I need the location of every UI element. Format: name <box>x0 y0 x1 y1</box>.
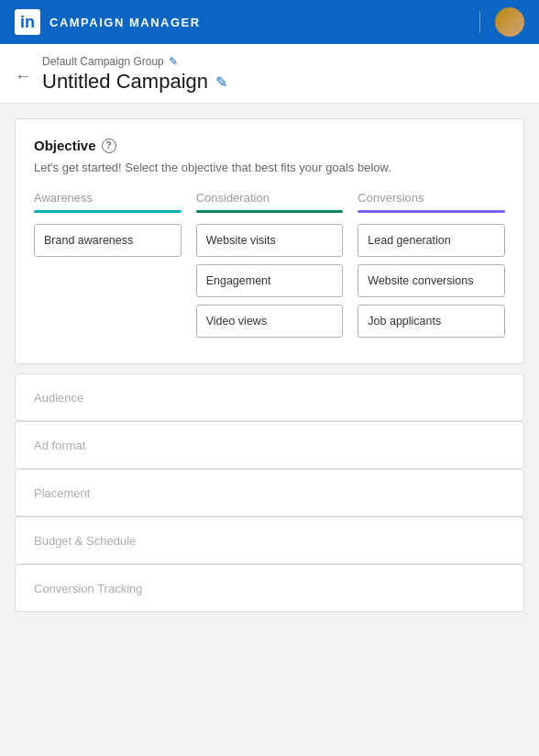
section-card-ad-format[interactable]: Ad format <box>15 421 524 469</box>
app-header: in CAMPAIGN MANAGER <box>0 0 539 44</box>
category-label-consideration: Consideration <box>196 191 344 205</box>
objective-card: Objective ? Let's get started! Select th… <box>15 118 524 364</box>
category-col-consideration: ConsiderationWebsite visitsEngagementVid… <box>196 191 344 345</box>
section-label-placement: Placement <box>16 472 108 515</box>
section-card-audience[interactable]: Audience <box>15 373 524 421</box>
help-icon[interactable]: ? <box>102 139 116 153</box>
page-title: Untitled Campaign ✎ <box>42 70 227 94</box>
option-btn-job-applicants[interactable]: Job applicants <box>358 305 505 338</box>
section-card-placement[interactable]: Placement <box>15 469 524 517</box>
category-label-awareness: Awareness <box>34 191 182 205</box>
option-btn-brand-awareness[interactable]: Brand awareness <box>34 224 182 257</box>
campaign-title-text: Untitled Campaign <box>42 70 208 94</box>
breadcrumb-info: Default Campaign Group ✎ Untitled Campai… <box>42 55 227 94</box>
option-btn-website-visits[interactable]: Website visits <box>196 224 344 257</box>
category-bar-awareness <box>34 210 182 213</box>
campaign-group-label: Default Campaign Group <box>42 55 164 68</box>
back-button[interactable]: ← <box>15 64 31 88</box>
objective-label: Objective <box>34 138 96 153</box>
option-btn-engagement[interactable]: Engagement <box>196 264 344 297</box>
objective-subtitle: Let's get started! Select the objective … <box>34 161 505 174</box>
main-content: Objective ? Let's get started! Select th… <box>0 104 539 627</box>
header-divider <box>479 11 480 33</box>
section-label-audience: Audience <box>16 376 102 419</box>
categories-grid: AwarenessBrand awarenessConsiderationWeb… <box>34 191 505 345</box>
category-col-conversions: ConversionsLead generationWebsite conver… <box>358 191 505 345</box>
section-card-budget-schedule[interactable]: Budget & Schedule <box>15 517 524 564</box>
section-label-ad-format: Ad format <box>16 424 104 467</box>
category-col-awareness: AwarenessBrand awareness <box>34 191 182 345</box>
linkedin-logo: in <box>15 9 40 35</box>
section-label-conversion-tracking: Conversion Tracking <box>16 567 161 610</box>
breadcrumb-area: ← Default Campaign Group ✎ Untitled Camp… <box>0 44 539 104</box>
category-bar-consideration <box>196 210 344 213</box>
section-label-budget-schedule: Budget & Schedule <box>16 519 154 562</box>
category-bar-conversions <box>358 210 505 213</box>
edit-title-icon[interactable]: ✎ <box>215 73 227 91</box>
breadcrumb-group: Default Campaign Group ✎ <box>42 55 227 68</box>
header-left: in CAMPAIGN MANAGER <box>15 9 201 35</box>
objective-title-row: Objective ? <box>34 138 505 153</box>
option-btn-website-conversions[interactable]: Website conversions <box>358 264 505 297</box>
app-title: CAMPAIGN MANAGER <box>50 16 201 29</box>
category-label-conversions: Conversions <box>358 191 505 205</box>
avatar-image <box>495 7 524 37</box>
option-btn-lead-generation[interactable]: Lead generation <box>358 224 505 257</box>
section-card-conversion-tracking[interactable]: Conversion Tracking <box>15 564 524 612</box>
linkedin-logo-text: in <box>20 14 35 30</box>
sections-container: AudienceAd formatPlacementBudget & Sched… <box>15 373 524 612</box>
option-btn-video-views[interactable]: Video views <box>196 305 344 338</box>
edit-group-icon[interactable]: ✎ <box>169 55 178 68</box>
user-avatar[interactable] <box>495 7 524 37</box>
